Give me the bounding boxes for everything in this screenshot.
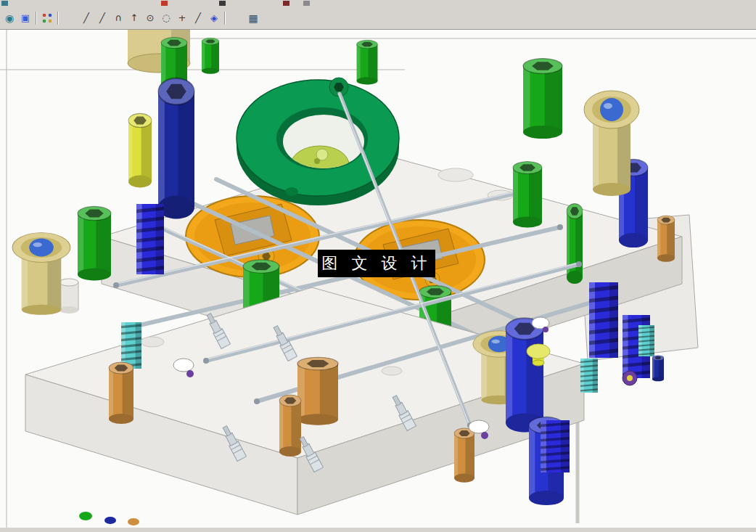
gray-mini-icon[interactable] — [303, 1, 310, 6]
intersection-point-icon[interactable]: ↑ — [126, 10, 142, 26]
maroon-mini-icon[interactable] — [283, 1, 289, 6]
blue-springs-upper — [136, 204, 164, 274]
copper-cylinder[interactable] — [297, 357, 338, 425]
green-screw[interactable] — [513, 161, 542, 227]
mid-point-icon[interactable]: ╱ — [94, 10, 110, 26]
green-pin[interactable] — [567, 204, 583, 285]
green-screw[interactable] — [78, 206, 111, 280]
coil-spring[interactable] — [136, 204, 164, 274]
nx-window: ◉ ▣ ╱ ╱ ∩ ↑ ⊙ ◌ + ╱ ◈ ▦ — [0, 0, 756, 532]
small-spring[interactable] — [121, 322, 141, 369]
green-screw[interactable] — [202, 38, 219, 73]
yellow-parts — [128, 113, 152, 187]
copper-peg[interactable] — [657, 216, 675, 262]
snap-point-toolbar: ◉ ▣ ╱ ╱ ∩ ↑ ⊙ ◌ + ╱ ◈ ▦ — [0, 7, 756, 30]
green-screw[interactable] — [523, 59, 562, 139]
layers-cube-icon[interactable]: ▣ — [17, 10, 33, 26]
snap-point-icon[interactable] — [39, 10, 55, 26]
copper-cylinder[interactable] — [454, 428, 474, 483]
control-point-icon[interactable]: ∩ — [110, 10, 126, 26]
grid-icon[interactable]: ▦ — [245, 10, 261, 26]
green-screw[interactable] — [357, 40, 378, 84]
yellow-cylinder[interactable] — [128, 113, 152, 187]
end-point-icon[interactable]: ╱ — [78, 10, 94, 26]
quadrant-point-icon[interactable]: ◌ — [158, 10, 174, 26]
point-on-surface-icon[interactable]: ◈ — [206, 10, 222, 26]
coil-spring[interactable] — [541, 420, 570, 472]
arc-center-icon[interactable]: ⊙ — [142, 10, 158, 26]
white-cylinder[interactable] — [59, 279, 78, 314]
bottom-pegs — [79, 512, 139, 525]
watermark-text: 图 文 设 计 — [322, 253, 432, 274]
dark-mini-icon[interactable] — [219, 1, 226, 6]
app-mini-icon[interactable] — [1, 1, 8, 6]
orange-peg-right — [657, 216, 675, 262]
watermark: 图 文 设 计 — [318, 250, 435, 277]
small-spring[interactable] — [638, 325, 654, 356]
eye-icon[interactable]: ◉ — [1, 10, 17, 26]
toolbar-separator — [224, 12, 226, 25]
snap-dots-icon — [42, 13, 52, 23]
toolbar-separator — [57, 12, 59, 25]
toolbar-separator — [36, 12, 37, 25]
navy-peg[interactable] — [652, 356, 664, 382]
navy-cylinder[interactable] — [158, 78, 194, 219]
copper-cylinder[interactable] — [279, 395, 301, 457]
bottom-strip — [0, 528, 756, 532]
blue-screw[interactable] — [506, 318, 543, 432]
copper-cylinder[interactable] — [109, 362, 133, 424]
point-on-curve-icon[interactable]: ╱ — [190, 10, 206, 26]
existing-point-icon[interactable]: + — [174, 10, 190, 26]
red-mini-icon[interactable] — [161, 1, 168, 6]
coil-spring[interactable] — [589, 282, 618, 358]
menu-strip — [0, 0, 756, 7]
small-spring[interactable] — [580, 359, 598, 393]
graphics-window[interactable]: 图 文 设 计 — [0, 30, 756, 532]
